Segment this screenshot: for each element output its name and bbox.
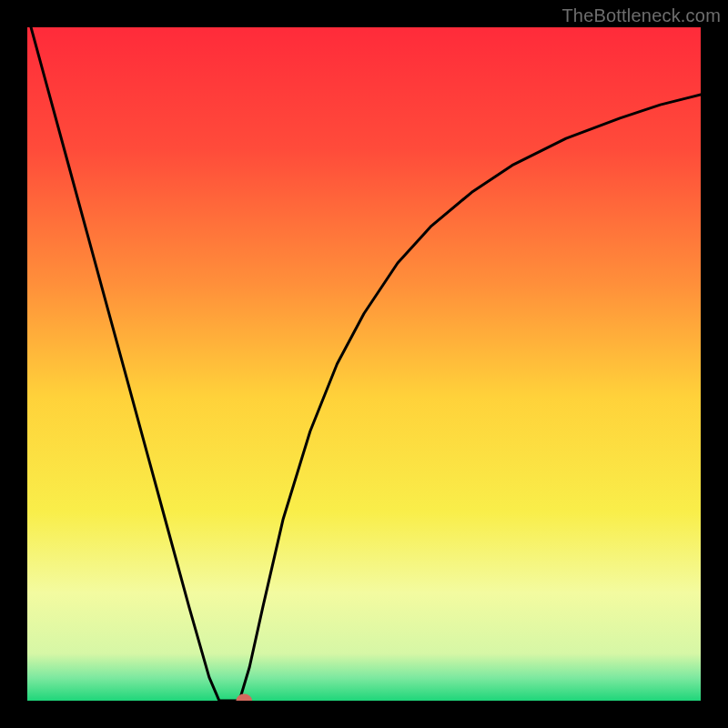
chart-svg (27, 27, 701, 701)
chart-frame: TheBottleneck.com (0, 0, 728, 728)
watermark-text: TheBottleneck.com (561, 5, 721, 26)
plot-area (27, 27, 701, 701)
gradient-background (27, 27, 701, 701)
